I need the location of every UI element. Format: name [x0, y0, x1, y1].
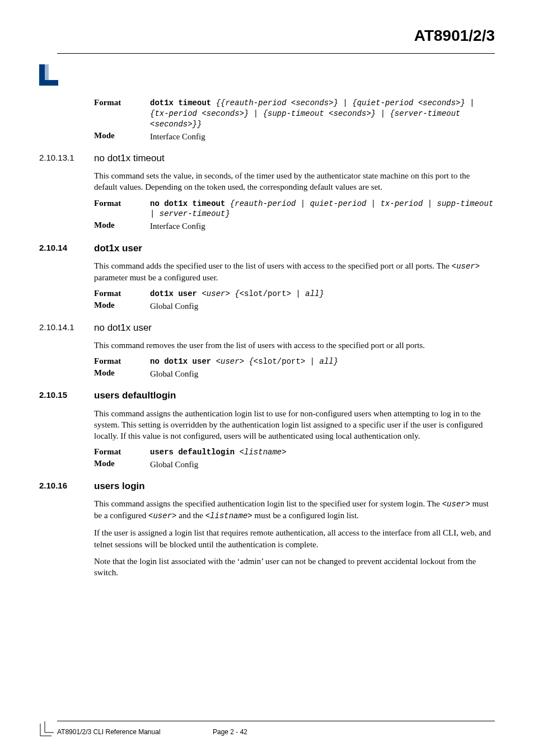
format-label: Format [94, 98, 150, 107]
section-title: no dot1x user [94, 322, 152, 334]
cmd-args: <user> {< [216, 357, 259, 366]
brand-logo-icon [39, 64, 58, 86]
section-number: 2.10.16 [39, 480, 94, 491]
mode-label: Mode [94, 368, 150, 378]
cmd-mid: slot/port [244, 289, 287, 298]
paragraph: This command removes the user from the l… [94, 340, 495, 351]
footer-rule [57, 721, 495, 721]
cmd-mid: slot/port [258, 357, 301, 366]
cmd-text: users defaultlogin [150, 448, 240, 457]
format-value: no dot1x timeout {reauth-period | quiet-… [150, 199, 495, 220]
cmd-args: > | all} [287, 289, 324, 298]
paragraph: If the user is assigned a login list tha… [94, 527, 495, 550]
mode-value: Interface Config [150, 220, 205, 232]
footer-manual-name: AT8901/2/3 CLI Reference Manual [57, 728, 161, 736]
section-title: dot1x user [94, 242, 142, 255]
footer-bracket-icon [38, 720, 55, 739]
paragraph: This command sets the value, in seconds,… [94, 170, 495, 193]
format-label: Format [94, 447, 150, 457]
text: must be a configured login list. [252, 511, 359, 520]
page-title: AT8901/2/3 [414, 27, 495, 45]
format-value: no dot1x user <user> {<slot/port> | all} [150, 356, 338, 367]
inline-code: <user> [148, 511, 176, 520]
header-rule [57, 53, 495, 54]
cmd-args: <listname> [240, 448, 287, 457]
format-value: dot1x timeout {{reauth-period <seconds>}… [150, 98, 495, 130]
format-value: users defaultlogin <listname> [150, 447, 287, 458]
cmd-text: dot1x user [150, 289, 202, 298]
text: parameter must be a configured user. [94, 273, 218, 282]
paragraph: This command assigns the authentication … [94, 408, 495, 442]
svg-rect-1 [39, 80, 58, 86]
paragraph: Note that the login list associated with… [94, 556, 495, 579]
section-number: 2.10.15 [39, 389, 94, 401]
mode-label: Mode [94, 220, 150, 230]
text: and the [176, 511, 205, 520]
cmd-text: no dot1x user [150, 357, 216, 366]
mode-value: Interface Config [150, 131, 205, 142]
format-label: Format [94, 356, 150, 366]
text: This command assigns the specified authe… [94, 499, 442, 508]
section-number: 2.10.14.1 [39, 322, 94, 333]
footer-page-number: Page 2 - 42 [213, 728, 247, 736]
mode-label: Mode [94, 131, 150, 140]
svg-rect-2 [45, 64, 49, 80]
inline-code: <user> [452, 262, 480, 271]
mode-label: Mode [94, 459, 150, 468]
format-value: dot1x user <user> {<slot/port> | all} [150, 289, 324, 299]
mode-value: Global Config [150, 459, 198, 470]
section-number: 2.10.13.1 [39, 152, 94, 163]
cmd-text: dot1x timeout [150, 98, 216, 107]
cmd-args: <user> {< [202, 289, 244, 298]
paragraph: This command adds the specified user to … [94, 260, 495, 283]
section-title: users login [94, 480, 145, 492]
inline-code: <listname> [205, 511, 252, 520]
cmd-text: no dot1x timeout [150, 199, 230, 208]
format-label: Format [94, 289, 150, 298]
format-label: Format [94, 199, 150, 208]
section-title: no dot1x timeout [94, 152, 165, 165]
mode-value: Global Config [150, 300, 198, 312]
inline-code: <user> [442, 500, 470, 509]
svg-rect-0 [39, 64, 45, 80]
section-number: 2.10.14 [39, 242, 94, 253]
cmd-args: > | all} [301, 357, 338, 366]
paragraph: This command assigns the specified authe… [94, 498, 495, 522]
mode-label: Mode [94, 300, 150, 310]
mode-value: Global Config [150, 368, 198, 379]
text: This command adds the specified user to … [94, 261, 452, 270]
section-title: users defaultlogin [94, 389, 176, 402]
